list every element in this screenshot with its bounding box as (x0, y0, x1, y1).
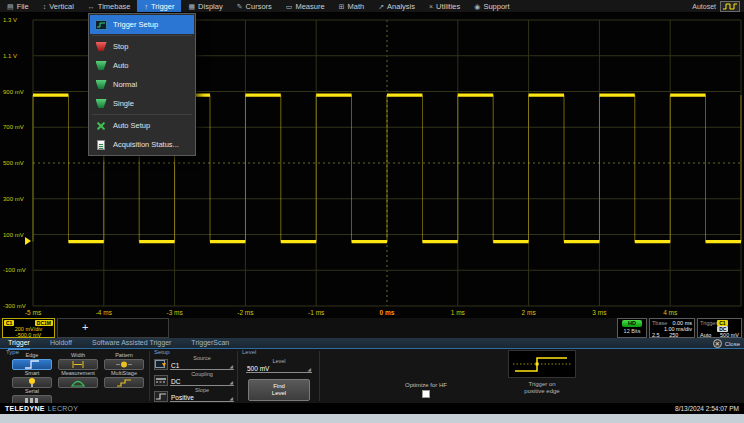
menu-item-trigger[interactable]: ↑Trigger (137, 0, 181, 12)
trigger-type-multistage-button[interactable] (104, 377, 144, 388)
x-axis-label: 0 ms (380, 309, 395, 316)
auto-icon (95, 61, 107, 70)
menu-item-auto-setup[interactable]: Auto Setup (90, 116, 194, 135)
menu-item-label: Math (348, 2, 365, 11)
brand-teledyne: TELEDYNE (5, 405, 45, 412)
trigger-descriptor[interactable]: TriggerC1 DC Auto500 mV EdgePositive (697, 318, 742, 338)
dc-coupling-icon (154, 375, 168, 386)
menu-item-auto[interactable]: Auto (90, 56, 194, 75)
menu-item-label: Display (198, 2, 223, 11)
dropdown-arrow-icon: ◢ (230, 380, 233, 385)
find-level-button[interactable]: Find Level (248, 379, 310, 401)
menu-item-label: Analysis (387, 2, 415, 11)
trigger-dropdown-menu: Trigger Setup Stop Auto Normal Single Au… (88, 13, 196, 156)
menu-item-trigger-setup[interactable]: Trigger Setup (90, 15, 194, 34)
dialog-tab-bar: Trigger Holdoff Software Assisted Trigge… (0, 338, 744, 349)
serial-icon (23, 391, 41, 403)
tab-triggerscan[interactable]: TriggerScan (191, 338, 229, 348)
trigger-type-pattern: Pattern (104, 353, 144, 370)
hd-chip: HD (622, 320, 642, 327)
menu-item-file[interactable]: ▤File (0, 0, 36, 12)
hd-bits: 12 Bits (618, 327, 646, 336)
menu-separator (92, 35, 192, 36)
menu-item-analysis[interactable]: ↗Analysis (371, 0, 422, 12)
positive-edge-preview-icon (509, 351, 575, 377)
section-divider (149, 351, 150, 401)
measure-icon: ▭ (286, 3, 293, 10)
close-label: Close (725, 341, 740, 347)
multistage-icon (115, 374, 133, 392)
coupling-dropdown[interactable]: DC◢ (170, 377, 234, 386)
optimize-hf-label: Optimize for HF (378, 382, 474, 388)
setup-section-title: Setup (154, 349, 170, 355)
menu-item-normal[interactable]: Normal (90, 75, 194, 94)
slope-dropdown[interactable]: Positive◢ (170, 393, 234, 402)
plus-icon: + (82, 322, 88, 333)
trigger-type-measurement: Measurement (58, 371, 98, 388)
trigger-type-pattern-button[interactable] (104, 359, 144, 370)
menu-item-math[interactable]: ⊞Math (332, 0, 372, 12)
tab-trigger[interactable]: Trigger (8, 338, 30, 348)
utilities-icon: × (429, 3, 433, 10)
normal-icon (95, 80, 107, 89)
menu-item-timebase[interactable]: ↔Timebase (81, 0, 138, 12)
menu-item-measure[interactable]: ▭Measure (279, 0, 332, 12)
single-icon (95, 99, 107, 108)
menu-item-label: Acquisition Status... (113, 140, 179, 149)
optimize-hf-checkbox[interactable] (422, 390, 430, 398)
tab-software-assisted-trigger[interactable]: Software Assisted Trigger (92, 338, 171, 348)
menu-item-utilities[interactable]: ×Utilities (422, 0, 467, 12)
trigger-type-serial-button[interactable] (12, 395, 52, 403)
descriptor-row: C1 DC1M 200 mV/div -500.0 mV + HD 12 Bit… (0, 318, 744, 338)
trigger-type-width-button[interactable] (58, 359, 98, 370)
hd-mode-indicator[interactable]: HD 12 Bits (617, 318, 647, 338)
positive-slope-icon (154, 391, 168, 402)
trigger-type-smart: Smart (12, 371, 52, 388)
status-footer: TELEDYNE LECROY 8/13/2024 2:54:07 PM (0, 403, 744, 414)
menu-item-support[interactable]: ◉Support (467, 0, 516, 12)
window-bottom-edge (0, 414, 744, 423)
level-input[interactable]: 500 mV◢ (246, 364, 312, 373)
menu-item-label: Support (483, 2, 509, 11)
menu-item-stop[interactable]: Stop (90, 37, 194, 56)
dialog-close-button[interactable]: ✕ Close (713, 339, 740, 348)
brand-lecroy: LECROY (48, 405, 79, 412)
x-axis-label: -4 ms (96, 309, 112, 316)
trigger-type-measurement-button[interactable] (58, 377, 98, 388)
dropdown-arrow-icon: ◢ (230, 396, 233, 401)
x-axis-label: 3 ms (592, 309, 606, 316)
tab-holdoff[interactable]: Holdoff (50, 338, 72, 348)
source-channel-icon (154, 359, 168, 370)
optimize-hf-control: Optimize for HF (378, 382, 474, 398)
display-icon: ▦ (188, 3, 195, 10)
trigger-type-width: Width (58, 353, 98, 370)
menu-item-label: Measure (295, 2, 324, 11)
channel-c1-descriptor[interactable]: C1 DC1M 200 mV/div -500.0 mV (2, 318, 55, 338)
menu-item-vertical[interactable]: ↕Vertical (36, 0, 81, 12)
auto-setup-icon (95, 121, 107, 131)
trigger-slope-field: Slope Positive◢ (154, 388, 234, 402)
trigger-type-edge-button[interactable] (12, 359, 52, 370)
section-divider (319, 351, 320, 401)
timebase-descriptor[interactable]: Tbase0.00 ms 1.00 ms/div 2.5 MS250 MS/s (649, 318, 695, 338)
menu-item-acquisition-status[interactable]: Acquisition Status... (90, 135, 194, 154)
menu-item-label: Stop (113, 42, 128, 51)
oscilloscope-app: ▤File ↕Vertical ↔Timebase ↑Trigger ▦Disp… (0, 0, 744, 423)
trigger-type-smart-button[interactable] (12, 377, 52, 388)
menu-item-display[interactable]: ▦Display (181, 0, 229, 12)
menu-item-label: Auto (113, 61, 128, 70)
source-dropdown[interactable]: C1◢ (170, 361, 234, 370)
menu-item-cursors[interactable]: ✎Cursors (230, 0, 279, 12)
trigger-dialog-body: Type Edge Width Pattern Smart Me (0, 349, 744, 403)
add-trace-box[interactable]: + (57, 318, 169, 338)
trigger-label: Trigger (700, 320, 717, 332)
y-axis-label: 300 mV (3, 195, 24, 201)
autoset-button[interactable]: Autoset (688, 0, 744, 12)
channel1-position-marker[interactable] (25, 237, 31, 245)
trigger-type-multistage: MultiStage (104, 371, 144, 388)
trigger-preview-caption: Trigger on positive edge (490, 381, 594, 395)
y-axis-label: 100 mV (3, 231, 24, 237)
stop-icon (95, 42, 107, 51)
trigger-source-field: Source C1◢ (154, 356, 234, 370)
menu-item-single[interactable]: Single (90, 94, 194, 113)
